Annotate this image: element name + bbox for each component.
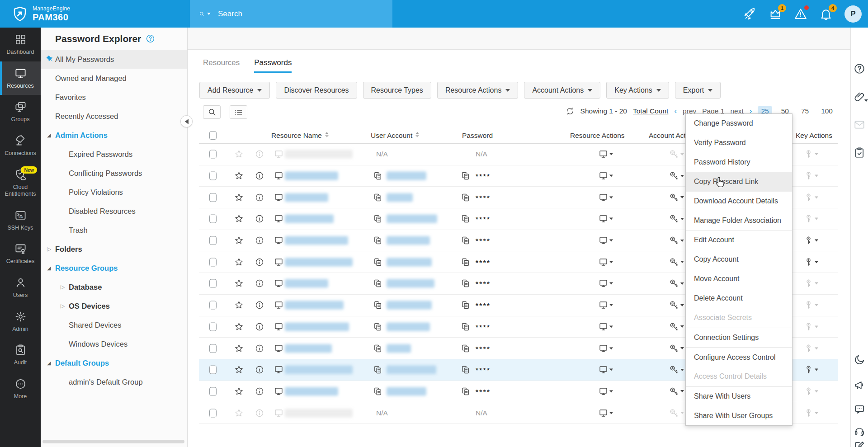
sidebar-item-ssh-keys[interactable]: SSHSSH Keys — [0, 203, 41, 237]
key-actions-button[interactable] — [804, 408, 818, 418]
sidebar-item-groups[interactable]: Groups — [0, 95, 41, 129]
row-checkbox[interactable] — [209, 172, 217, 180]
feedback-icon[interactable] — [854, 440, 865, 447]
account-actions-button[interactable] — [669, 365, 684, 375]
copy-password-icon[interactable] — [461, 301, 470, 310]
favorite-star-icon[interactable] — [234, 150, 244, 159]
copy-user-account-icon[interactable] — [373, 279, 382, 288]
tree-item-favorites[interactable]: Favorites — [41, 88, 187, 107]
tree-item-policy-violations[interactable]: Policy Violations — [41, 183, 187, 202]
menu-item-change-password[interactable]: Change Password — [686, 114, 792, 133]
row-checkbox[interactable] — [209, 344, 217, 353]
tree-item-admin-actions[interactable]: ◢Admin Actions — [41, 126, 187, 145]
copy-password-icon[interactable] — [461, 214, 470, 223]
copy-user-account-icon[interactable] — [373, 344, 382, 353]
copy-user-account-icon[interactable] — [373, 322, 382, 331]
key-actions-button[interactable] — [804, 236, 818, 245]
tree-item-conflicting-passwords[interactable]: Conflicting Passwords — [41, 164, 187, 183]
resource-actions-button[interactable] — [599, 365, 613, 375]
account-actions-button[interactable]: Account Actions — [524, 82, 600, 99]
copy-password-icon[interactable] — [461, 344, 470, 353]
menu-item-password-history[interactable]: Password History — [686, 152, 792, 172]
resource-actions-button[interactable] — [599, 150, 613, 159]
sidebar-item-audit[interactable]: Audit — [0, 338, 41, 372]
copy-password-icon[interactable] — [461, 171, 470, 180]
page-size-75[interactable]: 75 — [798, 106, 812, 116]
resource-actions-button[interactable] — [599, 193, 613, 202]
tree-item-resource-groups[interactable]: ◢Resource Groups — [41, 259, 187, 278]
row-checkbox[interactable] — [209, 301, 217, 310]
chat-icon[interactable] — [854, 404, 865, 415]
sidebar-item-dashboard[interactable]: Dashboard — [0, 28, 41, 61]
tree-item-default-groups[interactable]: ◢Default Groups — [41, 353, 187, 372]
favorite-star-icon[interactable] — [234, 257, 244, 267]
info-icon[interactable] — [255, 387, 264, 396]
refresh-icon[interactable] — [566, 107, 575, 116]
account-actions-button[interactable] — [669, 300, 684, 310]
key-actions-button[interactable] — [804, 171, 818, 181]
panel-collapse-button[interactable] — [180, 115, 193, 127]
explorer-scrollbar[interactable] — [42, 440, 184, 443]
row-checkbox[interactable] — [209, 258, 217, 266]
export-button[interactable]: Export — [675, 82, 721, 99]
copy-user-account-icon[interactable] — [373, 365, 382, 374]
account-actions-button[interactable] — [669, 408, 684, 418]
info-icon[interactable] — [255, 409, 264, 418]
key-actions-button[interactable] — [804, 386, 818, 396]
info-icon[interactable] — [255, 279, 264, 288]
key-actions-button[interactable] — [804, 322, 818, 331]
menu-item-copy-account[interactable]: Copy Account — [686, 250, 792, 269]
favorite-star-icon[interactable] — [234, 193, 244, 202]
row-checkbox[interactable] — [209, 409, 217, 417]
menu-item-copy-passcard-link[interactable]: Copy Passcard Link — [686, 172, 792, 192]
tree-item-shared-devices[interactable]: Shared Devices — [41, 315, 187, 334]
info-icon[interactable] — [255, 171, 264, 180]
resource-actions-button[interactable] — [599, 236, 613, 245]
copy-password-icon[interactable] — [461, 258, 470, 267]
resource-actions-button[interactable]: Resource Actions — [437, 82, 519, 99]
tab-resources[interactable]: Resources — [203, 58, 240, 73]
tree-item-windows-devices[interactable]: Windows Devices — [41, 334, 187, 353]
key-actions-button[interactable] — [804, 150, 818, 159]
sort-icon[interactable] — [415, 132, 419, 137]
account-actions-button[interactable] — [669, 322, 684, 332]
copy-password-icon[interactable] — [461, 279, 470, 288]
tree-item-os-devices[interactable]: ▷OS Devices — [41, 296, 187, 315]
account-actions-button[interactable] — [669, 214, 684, 224]
resource-actions-button[interactable] — [599, 322, 613, 331]
menu-item-share-with-user-groups[interactable]: Share With User Groups — [686, 406, 792, 425]
column-header-resource-name[interactable]: Resource Name — [271, 132, 329, 140]
prev-page-chevron[interactable]: ‹ — [674, 107, 677, 116]
tree-item-owned-and-managed[interactable]: Owned and Managed — [41, 69, 187, 88]
copy-user-account-icon[interactable] — [373, 171, 382, 180]
account-actions-button[interactable] — [669, 149, 684, 159]
menu-item-share-with-users[interactable]: Share With Users — [686, 387, 792, 406]
account-actions-button[interactable] — [669, 257, 684, 267]
add-resource-button[interactable]: Add Resource — [199, 82, 270, 99]
sidebar-item-users[interactable]: Users — [0, 271, 41, 305]
copy-user-account-icon[interactable] — [373, 214, 382, 223]
bell-icon[interactable]: 4 — [819, 7, 833, 21]
row-checkbox[interactable] — [209, 387, 217, 395]
attachment-icon[interactable] — [854, 91, 865, 103]
copy-password-icon[interactable] — [461, 236, 470, 245]
column-view-button[interactable] — [230, 105, 247, 119]
account-actions-button[interactable] — [669, 235, 684, 245]
info-icon[interactable] — [255, 258, 264, 267]
page-size-100[interactable]: 100 — [818, 106, 836, 116]
key-actions-button[interactable] — [804, 214, 818, 224]
info-icon[interactable] — [255, 365, 264, 374]
app-logo[interactable]: ManageEngine PAM360 — [0, 5, 70, 23]
sidebar-item-cloud-entitlements[interactable]: Cloud EntitlementsNew — [0, 163, 41, 203]
copy-user-account-icon[interactable] — [373, 193, 382, 202]
info-icon[interactable] — [255, 214, 264, 223]
favorite-star-icon[interactable] — [234, 171, 244, 181]
key-actions-button[interactable] — [804, 365, 818, 375]
favorite-star-icon[interactable] — [234, 408, 244, 418]
favorite-star-icon[interactable] — [234, 322, 244, 331]
row-checkbox[interactable] — [209, 193, 217, 202]
row-checkbox[interactable] — [209, 236, 217, 245]
sort-icon[interactable] — [325, 132, 329, 137]
resource-actions-button[interactable] — [599, 408, 613, 418]
clipboard-check-icon[interactable] — [854, 147, 865, 159]
